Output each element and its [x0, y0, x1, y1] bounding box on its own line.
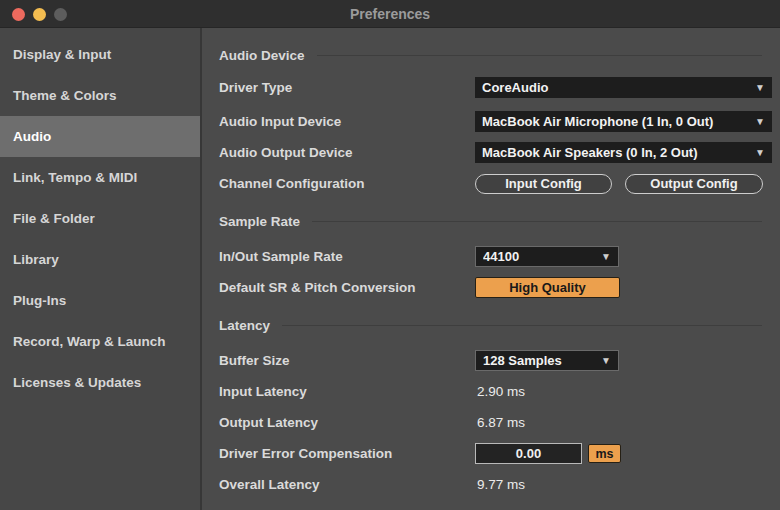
- overall-latency-label: Overall Latency: [219, 477, 475, 492]
- zoom-button-icon: [54, 8, 67, 21]
- sidebar-item-link-tempo-midi[interactable]: Link, Tempo & MIDI: [0, 157, 200, 198]
- sidebar-item-theme-colors[interactable]: Theme & Colors: [0, 75, 200, 116]
- section-header-sample-rate: Sample Rate: [219, 212, 777, 230]
- audio-input-device-dropdown[interactable]: MacBook Air Microphone (1 In, 0 Out) ▼: [475, 111, 772, 132]
- sidebar-item-library[interactable]: Library: [0, 239, 200, 280]
- sidebar-item-licenses-updates[interactable]: Licenses & Updates: [0, 362, 200, 403]
- sidebar-item-plug-ins[interactable]: Plug-Ins: [0, 280, 200, 321]
- window-controls: [12, 0, 67, 28]
- chevron-down-icon: ▼: [755, 82, 765, 93]
- sidebar: Display & Input Theme & Colors Audio Lin…: [0, 28, 202, 510]
- input-config-button[interactable]: Input Config: [475, 174, 612, 194]
- buffer-size-dropdown[interactable]: 128 Samples ▼: [475, 350, 619, 371]
- input-latency-value: 2.90 ms: [475, 384, 525, 399]
- section-divider: [312, 221, 762, 222]
- driver-error-compensation-field[interactable]: [475, 443, 582, 464]
- section-divider: [282, 325, 762, 326]
- audio-input-device-row: Audio Input Device MacBook Air Microphon…: [219, 111, 772, 132]
- audio-output-device-dropdown[interactable]: MacBook Air Speakers (0 In, 2 Out) ▼: [475, 142, 772, 163]
- audio-output-device-label: Audio Output Device: [219, 145, 475, 160]
- buffer-size-label: Buffer Size: [219, 353, 475, 368]
- output-config-button[interactable]: Output Config: [625, 174, 763, 194]
- buffer-size-row: Buffer Size 128 Samples ▼: [219, 350, 772, 371]
- chevron-down-icon: ▼: [601, 355, 611, 366]
- sidebar-item-file-folder[interactable]: File & Folder: [0, 198, 200, 239]
- section-title: Latency: [219, 318, 270, 333]
- driver-type-label: Driver Type: [219, 80, 475, 95]
- audio-output-device-row: Audio Output Device MacBook Air Speakers…: [219, 142, 772, 163]
- chevron-down-icon: ▼: [601, 251, 611, 262]
- input-latency-label: Input Latency: [219, 384, 475, 399]
- sidebar-item-record-warp-launch[interactable]: Record, Warp & Launch: [0, 321, 200, 362]
- channel-configuration-row: Channel Configuration Input Config Outpu…: [219, 173, 772, 194]
- driver-error-compensation-row: Driver Error Compensation ms: [219, 443, 772, 464]
- driver-type-row: Driver Type CoreAudio ▼: [219, 77, 772, 98]
- section-header-test: Test: [219, 505, 777, 510]
- overall-latency-value: 9.77 ms: [475, 477, 525, 492]
- sr-conversion-row: Default SR & Pitch Conversion High Quali…: [219, 277, 772, 298]
- input-latency-row: Input Latency 2.90 ms: [219, 381, 772, 402]
- section-header-latency: Latency: [219, 316, 777, 334]
- audio-preferences-panel: Audio Device Driver Type CoreAudio ▼ Aud…: [202, 28, 780, 510]
- ms-unit-badge: ms: [588, 444, 621, 463]
- output-latency-value: 6.87 ms: [475, 415, 525, 430]
- sidebar-item-audio[interactable]: Audio: [0, 116, 200, 157]
- audio-input-device-label: Audio Input Device: [219, 114, 475, 129]
- section-title: Sample Rate: [219, 214, 300, 229]
- chevron-down-icon: ▼: [755, 116, 765, 127]
- sidebar-item-display-input[interactable]: Display & Input: [0, 34, 200, 75]
- section-title: Audio Device: [219, 48, 305, 63]
- overall-latency-row: Overall Latency 9.77 ms: [219, 474, 772, 495]
- section-divider: [317, 55, 762, 56]
- titlebar: Preferences: [0, 0, 780, 28]
- minimize-button-icon[interactable]: [33, 8, 46, 21]
- output-latency-row: Output Latency 6.87 ms: [219, 412, 772, 433]
- driver-type-dropdown[interactable]: CoreAudio ▼: [475, 77, 772, 98]
- sample-rate-dropdown[interactable]: 44100 ▼: [475, 246, 619, 267]
- chevron-down-icon: ▼: [755, 147, 765, 158]
- window-title: Preferences: [350, 6, 430, 22]
- high-quality-toggle[interactable]: High Quality: [475, 277, 620, 298]
- sample-rate-row: In/Out Sample Rate 44100 ▼: [219, 246, 772, 267]
- sample-rate-label: In/Out Sample Rate: [219, 249, 475, 264]
- section-header-audio-device: Audio Device: [219, 46, 777, 64]
- channel-configuration-label: Channel Configuration: [219, 176, 475, 191]
- output-latency-label: Output Latency: [219, 415, 475, 430]
- section-title: Test: [219, 507, 246, 510]
- driver-error-compensation-label: Driver Error Compensation: [219, 446, 475, 461]
- preferences-window: Preferences Display & Input Theme & Colo…: [0, 0, 780, 510]
- close-button-icon[interactable]: [12, 8, 25, 21]
- sr-conversion-label: Default SR & Pitch Conversion: [219, 280, 475, 295]
